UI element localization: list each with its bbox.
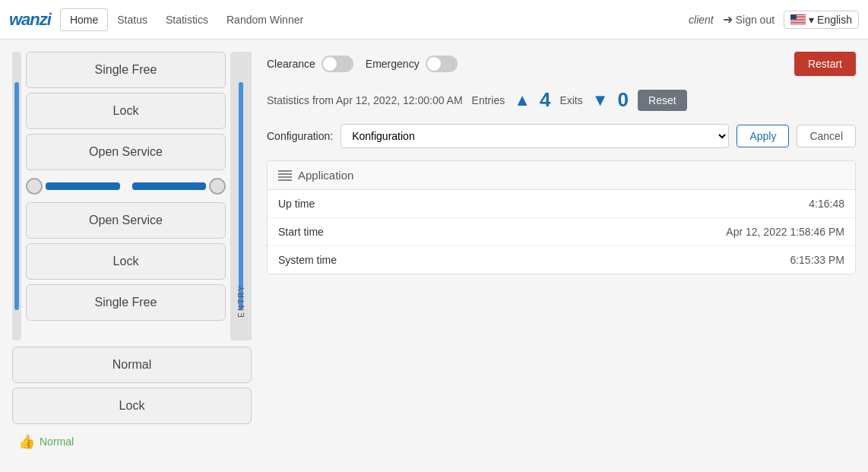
clearance-toggle[interactable] [322, 55, 353, 72]
emergency-label: Emergency [366, 58, 420, 70]
signout-button[interactable]: ➜ Sign out [723, 12, 775, 27]
dropdown-arrow-icon: ▾ [809, 14, 814, 26]
barrier-circle-left [26, 178, 43, 195]
svg-rect-11 [278, 179, 292, 181]
gate-right-bar-inner [239, 82, 243, 310]
svg-rect-8 [278, 170, 292, 172]
nav-statistics[interactable]: Statistics [157, 9, 217, 30]
starttime-value: Apr 12, 2022 1:58:46 PM [726, 226, 844, 238]
gate-btn-single-free-bottom[interactable]: Single Free [26, 284, 226, 321]
svg-rect-4 [790, 20, 806, 21]
barrier-line-left [46, 182, 120, 190]
signout-label: Sign out [736, 14, 775, 26]
emergency-toggle-group: Emergency [366, 55, 458, 72]
clearance-toggle-group: Clearance [267, 55, 353, 72]
brand-logo: wanzi [9, 10, 51, 30]
gate-left-bar-inner [14, 82, 19, 310]
gate-btn-open-service-top[interactable]: Open Service [26, 134, 226, 170]
emergency-toggle[interactable] [426, 55, 458, 72]
gate-btn-lock-top[interactable]: Lock [26, 93, 226, 129]
apply-button[interactable]: Apply [737, 125, 789, 147]
gate-btn-open-service-bottom[interactable]: Open Service [26, 202, 226, 239]
gate-action-buttons: Normal Lock [12, 347, 252, 424]
clearance-label: Clearance [267, 58, 315, 70]
exits-count: 0 [618, 88, 629, 112]
gate-btn-lock-bottom[interactable]: Lock [26, 243, 226, 280]
reset-button[interactable]: Reset [638, 90, 687, 111]
svg-rect-7 [790, 14, 797, 20]
nav-random-winner[interactable]: Random Winner [217, 9, 312, 30]
thumbs-up-icon: 👍 [18, 433, 35, 450]
restart-button[interactable]: Restart [794, 52, 856, 76]
svg-rect-9 [278, 173, 292, 175]
svg-rect-6 [790, 23, 806, 24]
stats-from-label: Statistics from Apr 12, 2022, 12:00:00 A… [267, 94, 463, 106]
left-panel: Single Free Lock Open Service Open Servi… [12, 52, 252, 453]
info-row-uptime: Up time 4:16:48 [268, 190, 855, 218]
uptime-key: Up time [278, 198, 315, 210]
exits-down-arrow-icon: ▼ [592, 90, 609, 110]
status-label: Normal [40, 436, 74, 448]
right-panel: Clearance Emergency Restart Statistics f… [267, 52, 856, 453]
navbar-right: client ➜ Sign out ▾ English [689, 11, 859, 29]
gate-lock-button[interactable]: Lock [12, 388, 252, 424]
svg-rect-5 [790, 21, 806, 22]
flag-icon [790, 14, 806, 24]
gate-left-bar [12, 52, 21, 341]
language-selector[interactable]: ▾ English [784, 11, 859, 29]
stats-row: Statistics from Apr 12, 2022, 12:00:00 A… [267, 88, 856, 112]
entries-up-arrow-icon: ▲ [514, 90, 531, 110]
entries-label: Entries [472, 94, 505, 106]
main-content: Single Free Lock Open Service Open Servi… [0, 40, 868, 465]
svg-rect-10 [278, 176, 292, 178]
systemtime-value: 6:15:33 PM [790, 254, 844, 266]
config-row: Configuration: Konfiguration Apply Cance… [267, 124, 856, 148]
gate-btn-single-free-top[interactable]: Single Free [26, 52, 226, 88]
gate-container: Single Free Lock Open Service Open Servi… [12, 52, 252, 341]
application-header: Application [298, 169, 353, 182]
gate-right-bar: ENTRY [230, 52, 252, 341]
gate-top-buttons: Single Free Lock Open Service Open Servi… [26, 52, 226, 341]
uptime-value: 4:16:48 [809, 198, 844, 210]
entry-label: ENTRY [237, 284, 246, 318]
gate-normal-button[interactable]: Normal [12, 347, 252, 383]
navbar: wanzi Home Status Statistics Random Winn… [0, 0, 868, 40]
exits-label: Exits [559, 94, 582, 106]
entries-count: 4 [540, 88, 550, 112]
app-list-icon [278, 170, 292, 181]
starttime-key: Start time [278, 226, 324, 238]
cancel-button[interactable]: Cancel [797, 125, 856, 147]
barrier-row [26, 178, 226, 195]
client-label: client [689, 14, 714, 26]
status-bar: 👍 Normal [12, 430, 252, 453]
controls-row: Clearance Emergency Restart [267, 52, 856, 76]
language-label: English [817, 14, 852, 26]
config-label: Configuration: [267, 130, 333, 142]
nav-home[interactable]: Home [60, 8, 108, 31]
signout-arrow-icon: ➜ [723, 12, 733, 27]
systemtime-key: System time [278, 254, 337, 266]
info-row-starttime: Start time Apr 12, 2022 1:58:46 PM [268, 218, 855, 246]
barrier-circle-right [209, 178, 226, 195]
nav-status[interactable]: Status [108, 9, 157, 30]
info-table: Application Up time 4:16:48 Start time A… [267, 160, 856, 274]
config-select[interactable]: Konfiguration [341, 124, 729, 148]
info-table-header: Application [268, 161, 855, 190]
barrier-line-right [132, 182, 207, 190]
nav-links: Home Status Statistics Random Winner [60, 8, 312, 31]
info-row-systemtime: System time 6:15:33 PM [268, 246, 855, 274]
